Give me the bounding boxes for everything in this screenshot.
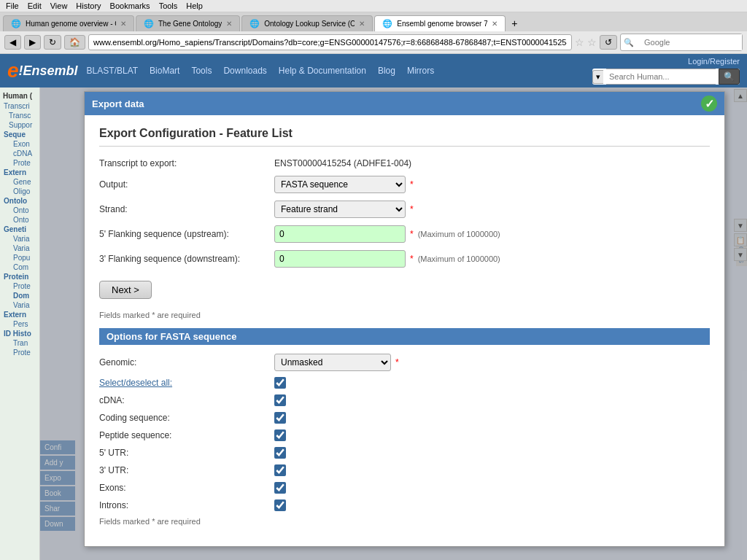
tab-3[interactable]: 🌐 Ontology Lookup Service (OLS) ✕	[241, 15, 373, 31]
refresh-icon[interactable]: ↺	[600, 35, 617, 50]
select-all-checkbox[interactable]	[274, 377, 286, 389]
browser-search-input[interactable]	[640, 34, 742, 50]
forward-button[interactable]: ▶	[24, 35, 41, 50]
home-button[interactable]: 🏠	[64, 35, 85, 50]
nav-mirrors[interactable]: Mirrors	[407, 66, 434, 76]
ensembl-logo[interactable]: e !Ensembl	[7, 59, 78, 82]
sidebar-item-suppor[interactable]: Suppor	[1, 120, 38, 130]
menu-bar: File Edit View History Bookmarks Tools H…	[0, 0, 747, 12]
dialog-close-check-icon[interactable]: ✓	[701, 96, 717, 112]
menu-bookmarks[interactable]: Bookmarks	[110, 1, 150, 10]
sidebar-item-prote2[interactable]: Prote	[1, 281, 38, 291]
menu-file[interactable]: File	[6, 1, 19, 10]
flanking5-input[interactable]	[274, 225, 406, 243]
sidebar-item-protein[interactable]: Protein	[1, 272, 38, 281]
tab-1-close[interactable]: ✕	[120, 20, 126, 28]
menu-edit[interactable]: Edit	[28, 1, 42, 10]
flanking3-input[interactable]	[274, 250, 406, 268]
back-button[interactable]: ◀	[4, 35, 21, 50]
menu-tools[interactable]: Tools	[159, 1, 178, 10]
select-all-value	[274, 377, 286, 389]
menu-help[interactable]: Help	[186, 1, 203, 10]
utr5-checkbox[interactable]	[274, 447, 286, 459]
menu-view[interactable]: View	[50, 1, 68, 10]
coding-value	[274, 412, 286, 424]
sidebar-item-onto1[interactable]: Onto	[1, 206, 38, 215]
dialog-header: Export data ✓	[85, 92, 724, 115]
sidebar-item-tran[interactable]: Tran	[1, 338, 38, 348]
introns-checkbox[interactable]	[274, 499, 286, 511]
sidebar-item-gene[interactable]: Gene	[1, 177, 38, 187]
genomic-select[interactable]: Unmasked Soft masked Hard masked	[274, 354, 391, 371]
exons-checkbox[interactable]	[274, 482, 286, 494]
nav-tools[interactable]: Tools	[191, 66, 212, 76]
sidebar-item-transcript-parent[interactable]: Transcri	[1, 101, 38, 111]
address-bar[interactable]	[88, 34, 572, 50]
sidebar-item-id-histo[interactable]: ID Histo	[1, 329, 38, 338]
browser-search-area: 🔍	[620, 34, 743, 51]
ensembl-search-button[interactable]: 🔍	[719, 69, 740, 85]
introns-row: Introns:	[99, 499, 710, 511]
peptide-checkbox[interactable]	[274, 429, 286, 441]
sidebar-item-ontolo[interactable]: Ontolo	[1, 196, 38, 206]
genomic-label: Genomic:	[99, 357, 274, 368]
sidebar-item-varia2[interactable]: Varia	[1, 244, 38, 253]
search-provider-flag: ▾	[592, 70, 603, 84]
sidebar-item-cdna[interactable]: cDNA	[1, 149, 38, 158]
nav-biomart[interactable]: BioMart	[150, 66, 179, 76]
sidebar-item-varia3[interactable]: Varia	[1, 300, 38, 310]
output-select[interactable]: FASTA sequence CSV GTF	[274, 176, 406, 193]
sidebar-item-popu[interactable]: Popu	[1, 253, 38, 262]
sidebar-item-onto2[interactable]: Onto	[1, 215, 38, 225]
new-tab-button[interactable]: +	[507, 16, 522, 31]
tab-1[interactable]: 🌐 Human genome overview - Genome ... ✕	[3, 15, 134, 31]
content-area: Confi Add y Expo Book Shar Down Export d…	[40, 88, 747, 560]
peptide-label: Peptide sequence:	[99, 430, 274, 440]
login-link[interactable]: Login/Register	[688, 57, 740, 66]
bookmark-star-icon[interactable]: ☆	[575, 36, 584, 48]
cdna-checkbox[interactable]	[274, 394, 286, 406]
sidebar-item-geneti[interactable]: Geneti	[1, 225, 38, 234]
sidebar-item-exon[interactable]: Exon	[1, 139, 38, 149]
tab-4[interactable]: 🌐 Ensembl genome browser 73: Homo ... ✕	[374, 15, 506, 31]
sidebar-item-com[interactable]: Com	[1, 262, 38, 272]
flanking3-label: 3' Flanking sequence (downstream):	[99, 254, 274, 264]
utr5-row: 5' UTR:	[99, 447, 710, 459]
utr3-checkbox[interactable]	[274, 464, 286, 476]
tab-3-icon: 🌐	[249, 19, 260, 28]
tab-3-close[interactable]: ✕	[359, 20, 365, 28]
flanking5-required-star: *	[410, 229, 414, 239]
strand-select[interactable]: Feature strand Forward strand Reverse st…	[274, 201, 406, 218]
sidebar-item-oligo[interactable]: Oligo	[1, 187, 38, 196]
sidebar-item-extern[interactable]: Extern	[1, 168, 38, 177]
sidebar-item-prote3[interactable]: Prote	[1, 348, 38, 357]
sidebar-item-dom[interactable]: Dom	[1, 291, 38, 300]
tab-2-close[interactable]: ✕	[226, 20, 232, 28]
genomic-required-star: *	[395, 357, 399, 368]
sidebar-item-varia1[interactable]: Varia	[1, 234, 38, 244]
next-button[interactable]: Next >	[99, 281, 152, 299]
utr5-label: 5' UTR:	[99, 448, 274, 458]
tab-1-icon: 🌐	[11, 19, 21, 28]
reload-button[interactable]: ↻	[44, 35, 61, 50]
peptide-row: Peptide sequence:	[99, 429, 710, 441]
tab-4-close[interactable]: ✕	[492, 20, 498, 28]
nav-help[interactable]: Help & Documentation	[279, 66, 366, 76]
nav-blast[interactable]: BLAST/BLAT	[87, 66, 138, 76]
sidebar-item-prote[interactable]: Prote	[1, 158, 38, 168]
coding-checkbox[interactable]	[274, 412, 286, 424]
output-value: FASTA sequence CSV GTF *	[274, 176, 414, 193]
menu-history[interactable]: History	[76, 1, 101, 10]
sidebar-item-extern2[interactable]: Extern	[1, 310, 38, 319]
sidebar-item-sequence[interactable]: Seque	[1, 130, 38, 139]
nav-downloads[interactable]: Downloads	[223, 66, 266, 76]
ensembl-search-input[interactable]	[606, 69, 716, 85]
select-all-label: Select/deselect all:	[99, 378, 274, 388]
nav-blog[interactable]: Blog	[378, 66, 395, 76]
select-deselect-link[interactable]: Select/deselect all:	[99, 378, 172, 388]
strand-row: Strand: Feature strand Forward strand Re…	[99, 201, 710, 218]
tab-2-icon: 🌐	[144, 19, 154, 28]
tab-2[interactable]: 🌐 The Gene Ontology ✕	[136, 15, 240, 31]
sidebar-item-transc[interactable]: Transc	[1, 111, 38, 120]
sidebar-item-pers[interactable]: Pers	[1, 319, 38, 329]
